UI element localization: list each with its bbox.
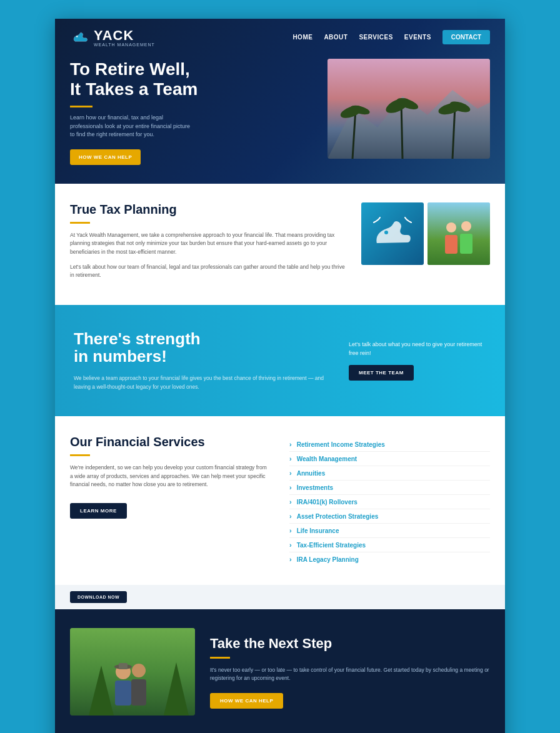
tax-text-1: At Yack Wealth Management, we take a com…: [70, 231, 346, 257]
svg-rect-26: [119, 663, 128, 669]
chevron-icon: ›: [289, 498, 292, 506]
svg-rect-24: [131, 679, 146, 706]
chevron-icon: ›: [289, 512, 292, 520]
next-step-image-bg: [70, 628, 195, 716]
hero-title: To Retire Well,It Takes a Team: [70, 59, 315, 99]
svg-point-14: [446, 222, 456, 232]
tax-text-2: Let's talk about how our team of financi…: [70, 263, 346, 280]
nav-about[interactable]: ABOUT: [324, 34, 348, 41]
service-name: IRA/401(k) Rollovers: [297, 499, 358, 506]
chevron-icon: ›: [289, 527, 292, 534]
next-step-cta-button[interactable]: HOW WE CAN HELP: [210, 693, 283, 709]
service-item-annuities[interactable]: › Annuities: [289, 466, 490, 481]
tax-divider: [70, 222, 90, 224]
service-item-wealth[interactable]: › Wealth Management: [289, 452, 490, 466]
learn-more-button[interactable]: LEARN MORE: [70, 503, 127, 519]
chevron-icon: ›: [289, 455, 292, 462]
strength-section: There's strengthin numbers! We believe a…: [55, 305, 505, 416]
service-name: Investments: [297, 484, 333, 491]
next-step-image: [70, 628, 195, 716]
strength-right: Let's talk about what you need to give y…: [349, 341, 486, 381]
next-step-text: It's never too early — or too late — to …: [210, 666, 490, 683]
strength-title: There's strengthin numbers!: [74, 330, 330, 366]
service-name: Annuities: [297, 470, 326, 477]
service-item-ira[interactable]: › IRA/401(k) Rollovers: [289, 495, 490, 509]
svg-point-0: [76, 36, 78, 37]
chevron-icon: ›: [289, 556, 292, 563]
service-name: Asset Protection Strategies: [297, 513, 379, 520]
next-step-divider: [210, 657, 230, 659]
service-item-retirement[interactable]: › Retirement Income Strategies: [289, 437, 490, 452]
service-item-tax[interactable]: › Tax-Efficient Strategies: [289, 538, 490, 552]
download-strip: DOWNLOAD NOW: [55, 585, 505, 609]
svg-rect-23: [115, 681, 131, 706]
tax-images: [361, 202, 490, 265]
tax-content: True Tax Planning At Yack Wealth Managem…: [70, 202, 346, 286]
service-item-asset[interactable]: › Asset Protection Strategies: [289, 509, 490, 524]
chevron-icon: ›: [289, 469, 292, 477]
service-item-investments[interactable]: › Investments: [289, 481, 490, 495]
hero-image-bg: [328, 59, 490, 159]
svg-rect-13: [428, 202, 490, 265]
meet-team-button[interactable]: MEET THE TEAM: [349, 365, 414, 381]
strength-description: We believe a team approach to your finan…: [74, 374, 330, 391]
svg-point-22: [132, 664, 146, 677]
svg-rect-17: [460, 234, 472, 254]
chevron-icon: ›: [289, 441, 292, 448]
tax-section: True Tax Planning At Yack Wealth Managem…: [55, 184, 505, 305]
logo-sub: WEALTH MANAGEMENT: [94, 42, 155, 47]
tax-image-bull: [361, 202, 424, 265]
service-name: IRA Legacy Planning: [297, 556, 359, 563]
service-name: Retirement Income Strategies: [297, 441, 385, 448]
services-title: Our Financial Services: [70, 435, 271, 449]
chevron-icon: ›: [289, 541, 292, 549]
tax-title: True Tax Planning: [70, 202, 346, 217]
service-name: Tax-Efficient Strategies: [297, 542, 366, 549]
hero-image: [328, 59, 490, 159]
chevron-icon: ›: [289, 484, 292, 491]
services-list: › Retirement Income Strategies › Wealth …: [289, 435, 490, 566]
service-item-life[interactable]: › Life Insurance: [289, 524, 490, 538]
hero-section: YACK WEALTH MANAGEMENT HOME ABOUT SERVIC…: [55, 19, 505, 184]
logo: YACK WEALTH MANAGEMENT: [70, 27, 155, 47]
download-button[interactable]: DOWNLOAD NOW: [70, 591, 127, 603]
service-name: Wealth Management: [297, 456, 358, 462]
next-step-content: Take the Next Step It's never too early …: [210, 636, 490, 709]
strength-left: There's strengthin numbers! We believe a…: [74, 330, 330, 391]
nav-services[interactable]: SERVICES: [359, 34, 392, 41]
svg-rect-15: [445, 235, 458, 254]
svg-point-16: [461, 221, 471, 231]
svg-line-6: [401, 102, 402, 159]
main-nav: YACK WEALTH MANAGEMENT HOME ABOUT SERVIC…: [55, 19, 505, 56]
service-name: Life Insurance: [297, 527, 339, 534]
next-step-section: Take the Next Step It's never too early …: [55, 609, 505, 733]
hero-text: To Retire Well,It Takes a Team Learn how…: [70, 53, 315, 165]
services-left: Our Financial Services We're independent…: [70, 435, 271, 519]
tax-image-people: [428, 202, 490, 265]
hero-description: Learn how our financial, tax and legal p…: [70, 114, 195, 139]
nav-contact-button[interactable]: CONTACT: [442, 30, 490, 44]
hero-divider: [70, 106, 92, 107]
logo-name: YACK: [94, 27, 134, 43]
nav-home[interactable]: HOME: [292, 34, 312, 41]
hero-cta-button[interactable]: HOW WE CAN HELP: [70, 149, 141, 165]
services-description: We're independent, so we can help you de…: [70, 464, 271, 489]
services-section: Our Financial Services We're independent…: [55, 416, 505, 585]
services-divider: [70, 454, 90, 456]
strength-cta-text: Let's talk about what you need to give y…: [349, 341, 486, 357]
nav-links: HOME ABOUT SERVICES EVENTS CONTACT: [292, 30, 490, 44]
svg-point-12: [384, 231, 388, 234]
service-item-legacy[interactable]: › IRA Legacy Planning: [289, 552, 490, 566]
nav-events[interactable]: EVENTS: [404, 34, 431, 41]
next-step-title: Take the Next Step: [210, 636, 490, 652]
